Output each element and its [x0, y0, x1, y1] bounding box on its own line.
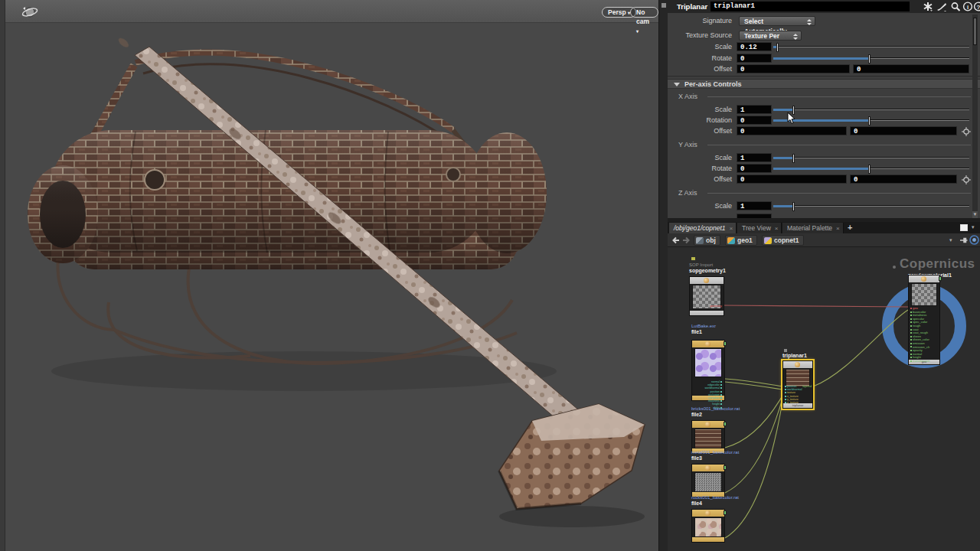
- node-display-flag[interactable]: [724, 465, 727, 470]
- node-triplanar1[interactable]: triplanarpositionworldnormaltexturex_tex…: [782, 360, 813, 409]
- node-file1[interactable]: normaledgecolorworldnormalpositionocclus…: [691, 340, 725, 401]
- node-name-label-triplanar1: triplanar1: [782, 353, 807, 358]
- node-display-flag[interactable]: [724, 510, 727, 515]
- new-tab-button[interactable]: +: [848, 223, 852, 233]
- node-file4[interactable]: [691, 509, 725, 543]
- node-header[interactable]: [909, 276, 939, 282]
- node-footer: [692, 537, 724, 542]
- node-display-flag[interactable]: [939, 276, 942, 281]
- dropdown-spinner-icon: [806, 18, 813, 25]
- port-layered[interactable]: layered: [802, 385, 812, 388]
- tab-close-icon[interactable]: ×: [775, 225, 779, 232]
- network-canvas[interactable]: CopernicusSOP Importsopgeometry1geometry…: [668, 247, 980, 551]
- node-name-label-file2: file2: [691, 412, 702, 417]
- node-header[interactable]: [690, 277, 724, 284]
- param-dropdown[interactable]: Select Automatically: [739, 16, 815, 26]
- node-header[interactable]: [692, 465, 724, 471]
- node-type-icon: [705, 465, 710, 471]
- param-value-field-y[interactable]: 0: [850, 174, 957, 184]
- pane-layout-icon[interactable]: [960, 224, 968, 231]
- node-type-icon: [795, 362, 800, 367]
- param-value-field[interactable]: 0.12: [737, 42, 772, 51]
- node-thumbnail: [911, 283, 937, 306]
- slider-handle[interactable]: [868, 116, 871, 126]
- node-header[interactable]: [692, 421, 724, 428]
- tab-close-icon[interactable]: ×: [836, 225, 840, 232]
- param-value-field[interactable]: 0: [737, 164, 772, 173]
- parameter-pane: Triplanar triplanar1 i ? SignatureSelect…: [668, 0, 980, 222]
- param-slider[interactable]: [773, 57, 969, 59]
- node-file3[interactable]: [691, 464, 725, 497]
- node-previewmaterial1[interactable]: geogeobasecolormetalnessspecularspec_col…: [908, 275, 940, 365]
- tab-bar: /obj/geo1/copnet1×Tree View×Material Pal…: [668, 222, 980, 233]
- tab-close-icon[interactable]: ×: [730, 225, 733, 232]
- param-value-field[interactable]: 1: [737, 153, 772, 162]
- divider-grip[interactable]: [662, 3, 666, 8]
- viewport-canvas[interactable]: [5, 23, 658, 551]
- viewport-3d[interactable]: View Persp ▾ No cam ▾: [0, 0, 658, 551]
- geo-icon: [727, 237, 735, 244]
- node-header[interactable]: [692, 341, 724, 347]
- node-file2[interactable]: [691, 420, 725, 454]
- scrollbar-thumb[interactable]: [973, 18, 977, 45]
- node-display-flag[interactable]: [724, 422, 727, 426]
- camera-button[interactable]: No cam ▾: [630, 7, 658, 18]
- param-value-field[interactable]: 0: [737, 54, 772, 63]
- param-slider[interactable]: [773, 157, 969, 158]
- param-value-field-x[interactable]: 0: [737, 126, 847, 135]
- port-z_texture[interactable]: z_texture: [784, 401, 807, 404]
- slider-handle[interactable]: [868, 54, 871, 64]
- param-label: Rotate: [668, 54, 732, 62]
- param-value-field-x[interactable]: 0: [737, 174, 847, 184]
- breadcrumb-obj[interactable]: obj: [694, 235, 720, 246]
- node-sopgeometry1[interactable]: geometry: [689, 276, 724, 316]
- scroll-down-button[interactable]: ▼: [972, 211, 978, 218]
- separator-line: [668, 76, 980, 77]
- port-geometry[interactable]: geometry: [710, 305, 722, 308]
- node-header[interactable]: [783, 361, 812, 368]
- breadcrumb-copnet1[interactable]: copnet1: [762, 235, 804, 246]
- model-render: [5, 23, 658, 551]
- back-arrow-icon[interactable]: [671, 236, 680, 244]
- slider-handle[interactable]: [792, 154, 795, 163]
- pane-divider[interactable]: [658, 0, 668, 551]
- slider-handle[interactable]: [868, 165, 871, 174]
- param-slider[interactable]: [773, 46, 969, 47]
- param-value-field-y[interactable]: 0: [850, 126, 957, 135]
- slider-handle[interactable]: [792, 202, 795, 211]
- param-slider[interactable]: [773, 168, 969, 169]
- node-name-label-file1: file1: [691, 329, 702, 334]
- parameter-scrollbar[interactable]: ▼: [972, 15, 978, 218]
- tab-material-palette[interactable]: Material Palette×: [782, 223, 844, 233]
- path-menu-arrow-icon[interactable]: ▾: [949, 237, 952, 243]
- mouse-cursor: [787, 112, 796, 125]
- param-value-field-y[interactable]: 0: [853, 64, 969, 73]
- port-transmission[interactable]: transmission: [910, 360, 939, 364]
- param-dropdown[interactable]: Texture Per Axis: [739, 31, 802, 41]
- param-slider[interactable]: [773, 205, 969, 207]
- param-value-field-x[interactable]: 0: [737, 64, 850, 73]
- offset-crosshair-icon[interactable]: [962, 127, 971, 136]
- tab-tree-view[interactable]: Tree View×: [737, 223, 782, 233]
- param-value-field[interactable]: 0: [737, 116, 772, 125]
- target-bullseye-icon[interactable]: [969, 235, 979, 245]
- slider-handle[interactable]: [776, 43, 779, 52]
- tabbar-menu-arrow-icon[interactable]: ▾: [972, 224, 975, 230]
- offset-crosshair-icon[interactable]: [962, 175, 971, 184]
- slider-fill: [773, 157, 793, 159]
- section-per-axis-controls[interactable]: Per-axis Controls: [668, 79, 980, 89]
- node-header[interactable]: [692, 510, 724, 517]
- breadcrumb-geo1[interactable]: geo1: [725, 235, 757, 246]
- param-slider[interactable]: [773, 109, 969, 110]
- node-footer: [690, 311, 724, 315]
- node-display-flag[interactable]: [724, 341, 727, 346]
- param-label: Scale: [668, 202, 732, 210]
- node-type-icon: [704, 278, 709, 283]
- forward-arrow-icon[interactable]: [682, 236, 691, 244]
- tab--obj-geo1-copnet1[interactable]: /obj/geo1/copnet1×: [669, 223, 737, 233]
- param-slider[interactable]: [773, 119, 969, 121]
- param-value-field[interactable]: 1: [737, 105, 772, 114]
- param-value-field[interactable]: 1: [737, 201, 772, 210]
- pin-icon[interactable]: [959, 236, 968, 245]
- dropdown-spinner-icon: [792, 33, 799, 40]
